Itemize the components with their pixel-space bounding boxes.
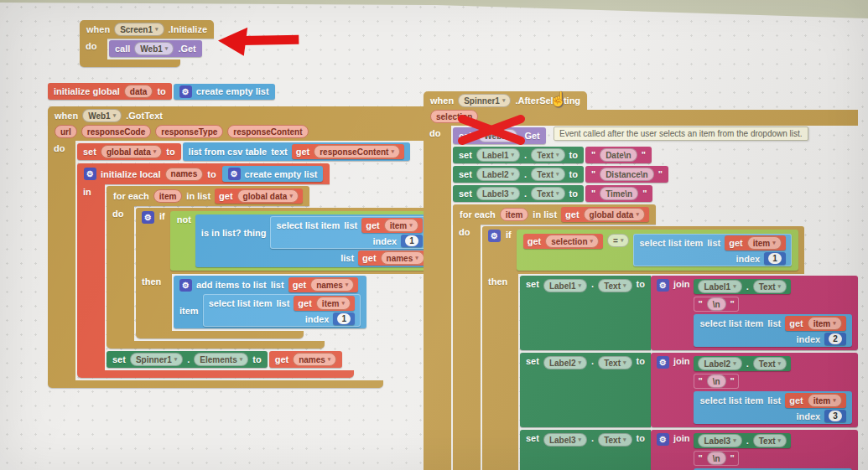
if-block[interactable]: ⚙ if get selection▾ =▾ <box>482 226 858 470</box>
mutator-gear-icon[interactable]: ⚙ <box>657 433 669 446</box>
get-item-block[interactable]: get item▾ <box>361 218 423 233</box>
set-label2-join-block[interactable]: set Label2▾ . Text▾ to ⚙ j <box>520 353 858 427</box>
mutator-gear-icon[interactable]: ⚙ <box>142 211 154 224</box>
set-label3-join-block[interactable]: set Label3▾ . Text▾ to ⚙ j <box>520 430 858 470</box>
mutator-gear-icon[interactable]: ⚙ <box>228 168 241 180</box>
join-block[interactable]: ⚙ join Label2▾ . Text▾ <box>651 353 858 427</box>
text-dropdown[interactable]: Text▾ <box>753 434 787 447</box>
label2-dropdown[interactable]: Label2▾ <box>698 357 741 370</box>
number-block[interactable]: 1 <box>764 252 786 265</box>
string-value[interactable]: \n <box>707 374 726 388</box>
item-dropdown[interactable]: item▾ <box>808 394 842 407</box>
call-web1-get-block[interactable]: call Web1▾ .Get <box>109 40 202 57</box>
spinner1-dropdown[interactable]: Spinner1▾ <box>458 94 511 107</box>
text-string-block[interactable]: " Distance\n " <box>585 166 668 183</box>
get-global-data-block[interactable]: get global data▾ <box>561 207 649 222</box>
label3-dropdown[interactable]: Label3▾ <box>698 434 741 447</box>
text-dropdown[interactable]: Text▾ <box>531 187 564 200</box>
select-list-item-block[interactable]: select list item list get item▾ <box>694 391 851 424</box>
mutator-gear-icon[interactable]: ⚙ <box>657 279 669 292</box>
loop-var-item[interactable]: item <box>500 208 529 221</box>
get-item-block[interactable]: get item▾ <box>785 316 846 331</box>
get-names-block[interactable]: get names▾ <box>288 277 359 292</box>
label1-dropdown[interactable]: Label1▾ <box>476 148 520 162</box>
initialize-local-names-block[interactable]: ⚙ initialize local names to ⚙ create emp… <box>77 163 447 378</box>
get-global-data-block[interactable]: get global data▾ <box>215 189 303 204</box>
text-string-block[interactable]: " \n " <box>694 297 738 312</box>
label3-text-getter-block[interactable]: Label3▾ . Text▾ <box>694 433 791 448</box>
web1-dropdown[interactable]: Web1▾ <box>82 109 122 122</box>
global-data-dropdown[interactable]: global data▾ <box>237 189 299 203</box>
label2-dropdown[interactable]: Label2▾ <box>476 168 520 181</box>
mutator-gear-icon[interactable]: ⚙ <box>657 356 669 369</box>
create-empty-list-block[interactable]: ⚙ create empty list <box>174 84 275 100</box>
label3-dropdown[interactable]: Label3▾ <box>476 187 520 200</box>
loop-var-item[interactable]: item <box>153 189 183 203</box>
when-spinner1-afterselecting-block[interactable]: when Spinner1▾ .AfterSelecting selection… <box>424 91 858 470</box>
join-block[interactable]: ⚙ join Label3▾ . Text▾ <box>651 430 858 470</box>
get-names-block[interactable]: get names▾ <box>358 250 429 266</box>
responsecontent-dropdown[interactable]: responseContent▾ <box>314 145 400 158</box>
mutator-gear-icon[interactable]: ⚙ <box>488 230 501 242</box>
text-dropdown[interactable]: Text▾ <box>531 168 564 181</box>
set-label1-join-block[interactable]: set Label1▾ . Text▾ to ⚙ j <box>520 276 858 350</box>
global-var-name[interactable]: data <box>124 85 153 98</box>
when-web1-gottext-block[interactable]: when Web1▾ .GotText url responseCode res… <box>48 106 447 388</box>
get-item-block[interactable]: get item▾ <box>785 393 846 408</box>
is-in-list-block[interactable]: is in list? thing select list item list <box>195 214 434 267</box>
initialize-global-data-block[interactable]: initialize global data to ⚙ create empty… <box>48 83 275 100</box>
mutator-gear-icon[interactable]: ⚙ <box>179 85 192 98</box>
item-dropdown[interactable]: item▾ <box>316 297 351 310</box>
global-data-dropdown[interactable]: global data▾ <box>101 145 162 158</box>
number-block[interactable]: 3 <box>824 410 846 422</box>
set-global-data-block[interactable]: set global data▾ to list from csv table … <box>77 142 410 161</box>
item-dropdown[interactable]: item▾ <box>808 317 842 330</box>
set-label3-text-block[interactable]: set Label3▾ . Text▾ to " Time\n " <box>453 185 652 202</box>
item-dropdown[interactable]: item▾ <box>384 219 418 232</box>
mutator-gear-icon[interactable]: ⚙ <box>179 279 192 292</box>
string-value[interactable]: Distance\n <box>600 168 654 181</box>
text-dropdown[interactable]: Text▾ <box>753 357 787 370</box>
text-dropdown[interactable]: Text▾ <box>531 148 564 162</box>
create-empty-list-block[interactable]: ⚙ create empty list <box>222 166 324 182</box>
label2-text-getter-block[interactable]: Label2▾ . Text▾ <box>694 356 791 371</box>
text-dropdown[interactable]: Text▾ <box>753 280 787 293</box>
names-dropdown[interactable]: names▾ <box>293 353 336 366</box>
string-value[interactable]: \n <box>707 297 726 311</box>
global-data-dropdown[interactable]: global data▾ <box>584 208 645 221</box>
web1-dropdown[interactable]: Web1▾ <box>134 42 174 55</box>
list-from-csv-table-block[interactable]: list from csv table text get responseCon… <box>183 142 410 161</box>
get-selection-block[interactable]: get selection▾ <box>523 234 603 249</box>
select-list-item-block[interactable]: select list item list get item▾ <box>633 234 791 266</box>
get-names-block[interactable]: get names▾ <box>269 351 343 368</box>
string-value[interactable]: Date\n <box>600 148 637 162</box>
set-label1-text-block[interactable]: set Label1▾ . Text▾ to " Date\n " <box>453 147 652 163</box>
label1-dropdown[interactable]: Label1▾ <box>698 280 741 293</box>
names-dropdown[interactable]: names▾ <box>381 251 424 265</box>
if-block[interactable]: ⚙ if not is in list? thing <box>136 208 447 338</box>
get-item-block[interactable]: get item▾ <box>294 296 355 311</box>
text-dropdown[interactable]: Text▾ <box>598 279 632 292</box>
number-block[interactable]: 1 <box>401 235 423 247</box>
select-list-item-block[interactable]: select list item list get item▾ <box>694 314 851 347</box>
set-label2-text-block[interactable]: set Label2▾ . Text▾ to " Distance\n " <box>453 166 668 183</box>
local-var-name[interactable]: names <box>165 168 204 181</box>
spinner1-dropdown[interactable]: Spinner1▾ <box>130 353 183 366</box>
label1-dropdown[interactable]: Label1▾ <box>543 279 587 292</box>
select-list-item-block[interactable]: select list item list get item▾ <box>270 216 428 249</box>
equals-block[interactable]: get selection▾ =▾ select list item list <box>517 230 798 271</box>
string-value[interactable]: \n <box>707 452 726 465</box>
mutator-gear-icon[interactable]: ⚙ <box>84 168 96 180</box>
when-screen1-initialize-block[interactable]: when Screen1▾ .Initialize do call Web1▾ … <box>80 20 214 67</box>
set-spinner-elements-block[interactable]: set Spinner1▾ . Elements▾ to get names▾ <box>107 351 342 368</box>
text-string-block[interactable]: " Date\n " <box>585 147 652 163</box>
text-string-block[interactable]: " \n " <box>694 451 738 466</box>
join-block[interactable]: ⚙ join Label1▾ . Text▾ <box>651 276 858 350</box>
number-block[interactable]: 2 <box>824 333 846 345</box>
selection-dropdown[interactable]: selection▾ <box>545 235 599 248</box>
add-items-to-list-block[interactable]: ⚙ add items to list list get names▾ <box>174 276 366 328</box>
item-dropdown[interactable]: item▾ <box>747 236 782 250</box>
for-each-item-block[interactable]: for each item in list get global data▾ d… <box>453 204 858 470</box>
elements-dropdown[interactable]: Elements▾ <box>194 353 248 366</box>
operator-dropdown[interactable]: =▾ <box>607 234 629 247</box>
